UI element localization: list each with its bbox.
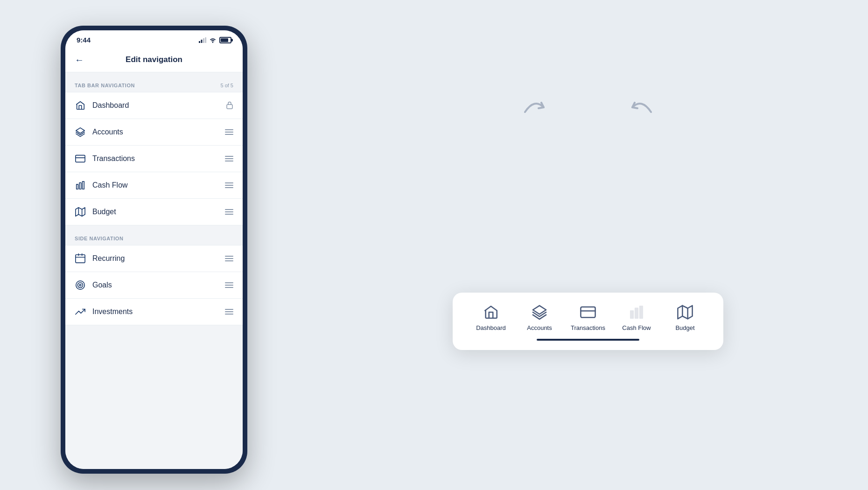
undo-redo-container [518,93,658,121]
tab-accounts-label: Accounts [527,324,552,331]
phone-content: TAB BAR NAVIGATION 5 of 5 Dashboard [65,72,243,469]
drag-handle-transactions[interactable] [225,156,233,161]
tab-dashboard-label: Dashboard [476,324,506,331]
status-icons [199,37,231,43]
side-nav-section-header: SIDE NAVIGATION [65,231,243,245]
tab-item-accounts[interactable]: Accounts [515,304,564,331]
left-panel: 9:44 [0,0,308,490]
svg-rect-9 [79,183,81,189]
drag-handle-goals[interactable] [225,282,233,288]
tab-transactions-label: Transactions [571,324,605,331]
nav-item-accounts[interactable]: Accounts [65,119,243,146]
tab-card-icon [579,304,597,321]
wifi-icon [209,37,217,43]
svg-rect-10 [83,182,84,189]
svg-rect-4 [227,105,232,109]
tab-home-icon [482,304,500,321]
tab-layers-icon [530,304,549,321]
side-nav-list: Recurring [65,245,243,325]
tab-item-transactions[interactable]: Transactions [564,304,612,331]
tab-bar-count: 5 of 5 [220,83,233,88]
status-bar: 9:44 [65,30,243,48]
battery-icon [219,37,231,43]
side-nav-section: SIDE NAVIGATION Recurring [65,231,243,325]
dashboard-label: Dashboard [92,101,129,110]
svg-rect-8 [77,184,78,189]
bar-chart-icon [75,180,86,191]
drag-handle-accounts[interactable] [225,129,233,135]
tab-bar-label: TAB BAR NAVIGATION [75,83,135,88]
nav-item-dashboard[interactable]: Dashboard [65,92,243,119]
layers-icon [75,126,86,138]
tab-bar-preview-items: Dashboard Accounts [467,304,709,331]
svg-marker-11 [76,208,85,216]
transactions-label: Transactions [92,154,135,163]
nav-item-investments[interactable]: Investments [65,299,243,325]
phone-frame: 9:44 [61,26,247,474]
drag-handle-cashflow[interactable] [225,182,233,188]
goals-label: Goals [92,281,112,289]
tab-item-dashboard[interactable]: Dashboard [467,304,515,331]
tab-indicator [537,339,639,341]
svg-marker-27 [678,306,692,319]
right-panel: Dashboard Accounts [308,0,868,490]
card-icon [75,153,86,164]
drag-handle-recurring[interactable] [225,256,233,261]
svg-rect-26 [640,306,643,318]
svg-rect-25 [635,308,638,318]
svg-rect-6 [76,155,85,162]
svg-rect-3 [205,37,207,43]
undo-arrow[interactable] [625,93,658,121]
tab-budget-label: Budget [675,324,694,331]
lock-icon [226,101,233,111]
tab-barchart-icon [627,304,646,321]
svg-point-20 [79,284,81,286]
tab-bar-nav-list: Dashboard [65,92,243,225]
svg-rect-2 [203,38,204,43]
nav-item-transactions[interactable]: Transactions [65,146,243,172]
recurring-label: Recurring [92,254,125,263]
target-icon [75,280,86,291]
budget-label: Budget [92,208,116,216]
back-button[interactable]: ← [75,55,84,65]
nav-item-cashflow[interactable]: Cash Flow [65,172,243,199]
signal-icon [199,37,206,43]
svg-rect-14 [76,255,85,263]
drag-handle-investments[interactable] [225,309,233,315]
nav-item-recurring[interactable]: Recurring [65,245,243,272]
tab-item-budget[interactable]: Budget [661,304,709,331]
tab-bar-section: TAB BAR NAVIGATION 5 of 5 Dashboard [65,78,243,225]
drag-handle-budget[interactable] [225,209,233,215]
redo-arrow[interactable] [518,93,551,121]
cashflow-label: Cash Flow [92,181,128,189]
app-header: ← Edit navigation [65,48,243,72]
trend-up-icon [75,306,86,317]
accounts-label: Accounts [92,128,123,136]
status-time: 9:44 [77,36,91,44]
investments-label: Investments [92,308,133,316]
nav-item-goals[interactable]: Goals [65,272,243,299]
recurring-icon [75,253,86,264]
nav-item-budget[interactable]: Budget [65,199,243,225]
side-nav-label: SIDE NAVIGATION [75,236,123,241]
tab-map-icon [676,304,694,321]
svg-rect-24 [630,311,633,318]
home-icon [75,100,86,111]
tab-bar-section-header: TAB BAR NAVIGATION 5 of 5 [65,78,243,92]
tab-bar-preview-card: Dashboard Accounts [453,293,723,350]
header-title: Edit navigation [126,55,182,64]
svg-point-19 [78,283,83,288]
svg-point-18 [76,281,84,289]
phone-screen: 9:44 [65,30,243,469]
map-icon [75,206,86,217]
svg-rect-22 [581,307,595,318]
tab-item-cashflow[interactable]: Cash Flow [612,304,661,331]
svg-rect-1 [201,40,203,43]
svg-rect-0 [199,41,200,43]
tab-cashflow-label: Cash Flow [622,324,651,331]
